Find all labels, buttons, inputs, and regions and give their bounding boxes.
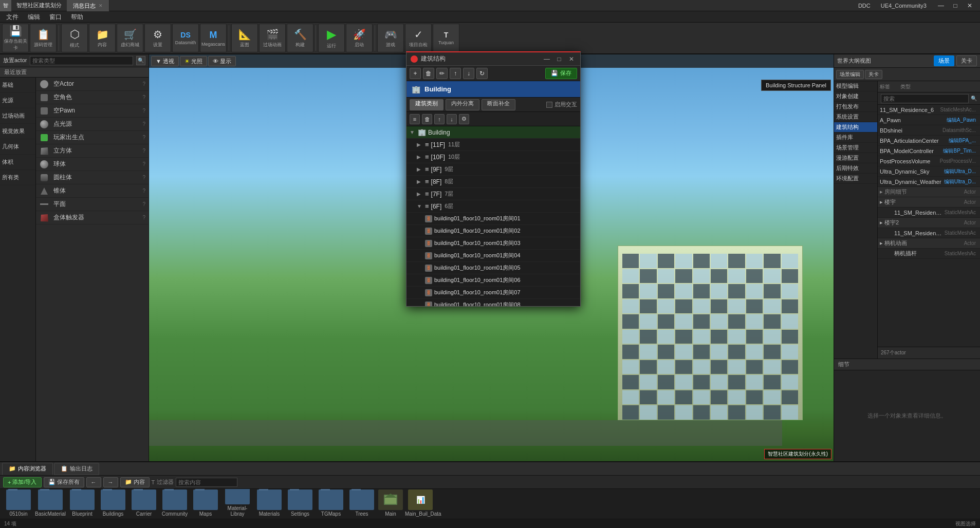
tuquan-btn[interactable]: T Tuquan [433,24,459,52]
settings-btn[interactable]: ⚙ 设置 [144,24,171,52]
folder-maps[interactable]: Maps [191,489,220,517]
folder-tgmaps[interactable]: TGMaps [317,489,345,517]
add-import-btn[interactable]: + 添加/导入 [3,477,42,487]
sidenav-env[interactable]: 环境配置 [834,174,877,184]
outliner-item-uds[interactable]: Ultra_Dynamic_Sky 编辑Ultra_D... [878,166,980,177]
dialog-min-btn[interactable]: — [542,54,551,64]
tab-level-btn[interactable]: 关卡 [865,70,882,79]
sidenav-publish[interactable]: 打包发布 [834,102,877,112]
enable-interact-checkbox[interactable]: 启用交互 [546,101,577,108]
sidenav-post-fx[interactable]: 后期特效 [834,163,877,174]
datasmith-btn[interactable]: DS Datasmith [172,24,199,52]
show-btn[interactable]: 👁 显示 [208,56,236,66]
sub-btn-layers[interactable]: ≡ [410,114,420,124]
tree-room-3[interactable]: 🚪 building01_floor10_room01房间03 [406,237,580,250]
tree-room-1[interactable]: 🚪 building01_floor10_room01房间01 [406,213,580,225]
marketplace-btn[interactable]: 🛒 虚幻商城 [117,24,143,52]
content-search-input[interactable] [176,478,237,487]
tree-floor-7[interactable]: ▶ ≡ [7F] 7层 [406,188,580,200]
outliner-item-ppv[interactable]: PostProcessVolume PostProcessV... [878,156,980,166]
content-path-btn[interactable]: 📁 内容 [120,477,150,487]
place-actor-input[interactable] [30,56,133,65]
folder-trees[interactable]: Trees [347,489,376,517]
actor-player-start[interactable]: 玩家出生点 ? [36,131,149,144]
tree-room-7[interactable]: 🚪 building01_floor10_room01房间07 [406,287,580,299]
sub-btn-delete-sub[interactable]: 🗑 [422,114,432,124]
menu-help[interactable]: 帮助 [67,11,87,23]
filter-building-type[interactable]: 建筑类别 [410,99,443,110]
sidenav-plugin[interactable]: 插件库 [834,133,877,143]
tree-floor-9[interactable]: ▶ ≡ [9F] 9层 [406,163,580,176]
folder-0510sin[interactable]: 0510sin [4,489,33,517]
tree-room-6[interactable]: 🚪 building01_floor10_room01房间06 [406,274,580,287]
actor-empty-character[interactable]: 空角色 ? [36,91,149,104]
minimize-btn[interactable]: — [934,0,948,11]
megascans-btn[interactable]: M Megascans [200,24,227,52]
tree-room-2[interactable]: 🚪 building01_floor10_room01房间02 [406,225,580,237]
self-check-btn[interactable]: ✓ 项目自检 [405,24,432,52]
dialog-max-btn[interactable]: □ [554,54,564,64]
tree-floor-8[interactable]: ▶ ≡ [8F] 8层 [406,176,580,188]
folder-materials[interactable]: Materials [255,489,284,517]
play-btn[interactable]: ▶ 运行 [318,24,345,52]
actor-sphere[interactable]: 球体 ? [36,158,149,171]
cinematics-btn[interactable]: 🎬 过场动画 [259,24,286,52]
diag-refresh-btn[interactable]: ↻ [476,68,488,79]
sidenav-model[interactable]: 模型编辑 [834,81,877,91]
dialog-close-btn[interactable]: ✕ [567,54,576,64]
forward-btn[interactable]: → [103,477,118,487]
filter-interior-exterior[interactable]: 内外分离 [446,99,479,110]
tab-world-outliner[interactable]: 场景 [934,55,954,66]
tree-room-5[interactable]: 🚪 building01_floor10_room01房间05 [406,262,580,274]
actor-cylinder[interactable]: 圆柱体 ? [36,171,149,184]
diag-add-btn[interactable]: + [410,68,421,79]
tree-root-building[interactable]: ▼ 🏢 Building [406,126,580,139]
tree-floor-6[interactable]: ▼ ≡ [6F] 6层 [406,200,580,213]
category-volume[interactable]: 体积 [0,155,35,170]
category-light[interactable]: 光源 [0,93,35,108]
actor-cone[interactable]: 锥体 ? [36,184,149,198]
game-btn[interactable]: 🎮 游戏 [377,24,404,52]
category-all[interactable]: 所有类 [0,170,35,185]
outliner-item-bpa-artic[interactable]: BPA_ArticulationCenter 编辑BPA_... [878,136,980,146]
ddc-btn[interactable]: DDC [855,3,874,9]
outliner-item-bpa-model[interactable]: BPA_ModelController 编辑BP_Tim... [878,146,980,156]
tab-level[interactable]: 关卡 [956,55,977,66]
category-cinematics[interactable]: 过场动画 [0,108,35,124]
tab-content-browser[interactable]: 📁 内容浏览器 [2,463,53,475]
category-geo[interactable]: 几何体 [0,139,35,155]
folder-buildings[interactable]: Buildings [99,489,127,517]
tab-messages[interactable]: 消息日志 ✕ [67,0,109,11]
outliner-section-building2[interactable]: ▸ 楼宇2 Actor [878,218,980,228]
tree-room-8[interactable]: 🚪 building01_floor10_room01房间08 [406,299,580,306]
sidenav-settings[interactable]: 系统设置 [834,112,877,122]
sidenav-scene-mgmt[interactable]: 场景管理 [834,143,877,153]
place-search-btn[interactable]: 🔍 [136,56,145,65]
category-basic[interactable]: 基础 [0,78,35,93]
actor-empty-actor[interactable]: 空Actor ? [36,78,149,91]
folder-carrier[interactable]: Carrier [130,489,158,517]
sub-btn-settings[interactable]: ⚙ [459,114,469,124]
actor-plane[interactable]: 平面 ? [36,198,149,211]
folder-material-lib[interactable]: Material-Libray [222,489,253,517]
outliner-item-sm-res2[interactable]: 11_SM_Residence_2 StaticMeshAc [878,208,980,218]
community-btn[interactable]: UE4_Community3 [878,3,930,9]
outliner-item-apawn[interactable]: A_Pawn 编辑A_Pawn [878,115,980,125]
actor-trigger[interactable]: 盒体触发器 ? [36,211,149,224]
outliner-search[interactable] [881,94,969,103]
save-level-btn[interactable]: 💾 保存当前关卡 [2,24,29,52]
tab-scene-edit[interactable]: 场景编辑 [836,70,864,79]
folder-basicmaterial[interactable]: BasicMaterial [35,489,66,517]
folder-community[interactable]: Community [160,489,189,517]
save-all-btn[interactable]: 💾 保存所有 [44,477,84,487]
category-vfx[interactable]: 视觉效果 [0,124,35,139]
build-btn[interactable]: 🔨 构建 [287,24,313,52]
tree-room-4[interactable]: 🚪 building01_floor10_room01房间04 [406,250,580,262]
outliner-item-pole[interactable]: 柄机描杆 StaticMeshAc [878,249,980,259]
folder-settings[interactable]: Settings [286,489,315,517]
diag-edit-btn[interactable]: ✏ [436,68,448,79]
perspective-btn[interactable]: ▼ 透视 [151,56,179,66]
mode-btn[interactable]: ⬡ 模式 [61,24,88,52]
outliner-item-bdshinei[interactable]: BDshinei DatasmithSc... [878,125,980,136]
diag-delete-btn[interactable]: 🗑 [423,68,434,79]
